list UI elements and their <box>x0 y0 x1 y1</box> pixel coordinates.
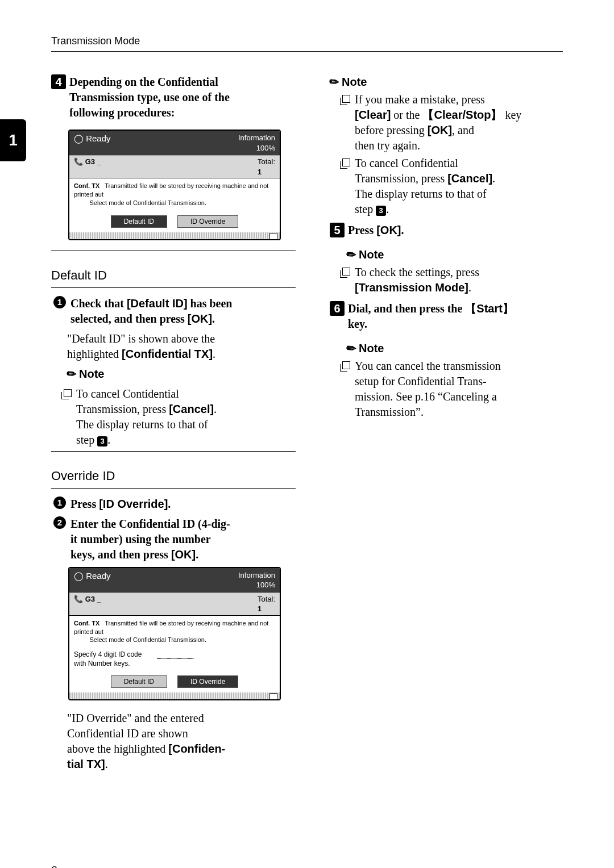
scr2-btn-default: Default ID <box>111 675 167 688</box>
d1-c: selected, and then press <box>70 312 188 325</box>
step-number-6: 6 <box>330 301 345 316</box>
default-para: "Default ID" is shown above the highligh… <box>67 331 296 362</box>
step5-note-head: ✎Note <box>347 247 574 262</box>
override-substep-2: 2 Enter the Confidential ID (4-dig- it n… <box>53 516 296 562</box>
default-substep-1: 1 Check that [Default ID] has been selec… <box>53 296 296 327</box>
scr2-label-a: Specify 4 digit ID code <box>74 650 142 658</box>
step-6: 6 Dial, and then press the Start key. <box>330 301 574 332</box>
step-number-5: 5 <box>330 223 345 237</box>
override-substep-1: 1 Press [ID Override]. <box>53 496 296 512</box>
bullet-1b: 1 <box>53 496 66 509</box>
lcd-screenshot-2: ◯ Ready Information 100% 📞 G3 _ Total:1 … <box>68 567 281 700</box>
d1-key: [Default ID] <box>127 297 188 310</box>
scr2-dashes: _ _ _ _ <box>157 650 194 659</box>
default-note-head: ✎Note <box>67 366 296 382</box>
d1-key2: [OK] <box>188 312 212 325</box>
step-ref-3b: 3 <box>376 206 386 216</box>
scr2-label-b: with Number keys. <box>74 660 130 667</box>
d1-a: Check that <box>70 297 127 310</box>
right-column: ✎Note If you make a mistake, press [Clea… <box>330 69 574 777</box>
pencil-icon: ✎ <box>63 365 80 383</box>
scr1-g3: G3 <box>85 157 95 166</box>
scr1-btn-default: Default ID <box>111 215 167 228</box>
bullet-square-icon <box>64 389 72 397</box>
dp-b: highlighted <box>67 348 122 360</box>
bullet-2: 2 <box>53 516 66 529</box>
step4-line1: Depending on the Confidential <box>69 76 218 88</box>
dp-a: "Default ID" is shown above the <box>67 332 215 345</box>
left-column: 4 Depending on the Confidential Transmis… <box>51 69 296 777</box>
bullet-square-icon <box>342 361 350 369</box>
step4-line3: following procedures: <box>69 106 175 119</box>
bullet-square-icon <box>342 268 350 276</box>
scr2-btn-override: ID Override <box>177 675 238 688</box>
bullet-square-icon <box>342 95 350 103</box>
page-number: 8 <box>51 862 563 868</box>
scr1-ready: Ready <box>86 133 110 143</box>
pencil-icon: ✎ <box>343 246 360 264</box>
scr1-msg1: Transmitted file will be stored by recei… <box>74 182 268 198</box>
clearstop-key: Clear/Stop <box>422 108 502 121</box>
heading-default-id: Default ID <box>51 267 296 284</box>
lcd-screenshot-1: ◯ Ready Information 100% 📞 G3 _ Total:1 … <box>68 130 281 240</box>
heading-override-id: Override ID <box>51 468 296 485</box>
step-5: 5 Press [OK]. <box>330 223 574 238</box>
step-ref-3: 3 <box>97 436 107 446</box>
scr1-total-lbl: Total: <box>258 157 275 166</box>
scr1-info: Information <box>238 133 275 142</box>
scr1-btn-override: ID Override <box>177 215 238 228</box>
bullet-1: 1 <box>53 296 66 308</box>
d1-b: has been <box>188 297 233 310</box>
running-head: Transmission Mode <box>51 34 563 52</box>
start-key: Start <box>465 302 514 315</box>
override-para: "ID Override" and the entered Confidenti… <box>67 711 296 772</box>
right-note-1: If you make a mistake, press [Clear] or … <box>355 92 574 153</box>
step5-note: To check the settings, press [Transmissi… <box>355 265 574 295</box>
right-note-2: To cancel Confidential Transmission, pre… <box>355 156 574 217</box>
dp-key: [Confidential TX] <box>122 348 213 360</box>
right-note-head-1: ✎Note <box>330 74 574 90</box>
pencil-icon: ✎ <box>343 340 360 358</box>
step6-note: You can cancel the transmission setup fo… <box>355 358 574 420</box>
step-4: 4 Depending on the Confidential Transmis… <box>51 74 296 120</box>
scr1-pct: 100% <box>256 144 275 152</box>
section-tab: 1 <box>0 119 26 161</box>
step6-note-head: ✎Note <box>347 341 574 356</box>
step4-line2: Transmission type, use one of the <box>69 91 230 103</box>
scr1-total-val: 1 <box>258 168 262 176</box>
scr1-msg2: Select mode of Confidential Transmission… <box>90 199 206 206</box>
step-number-4: 4 <box>51 74 66 89</box>
bullet-square-icon <box>342 158 350 166</box>
pencil-icon: ✎ <box>326 73 343 91</box>
default-note-1: To cancel Contidential Transmission, pre… <box>76 386 296 448</box>
dp-c: . <box>213 348 215 360</box>
d1-d: . <box>212 312 215 325</box>
scr1-conf: Conf. TX <box>74 182 99 189</box>
